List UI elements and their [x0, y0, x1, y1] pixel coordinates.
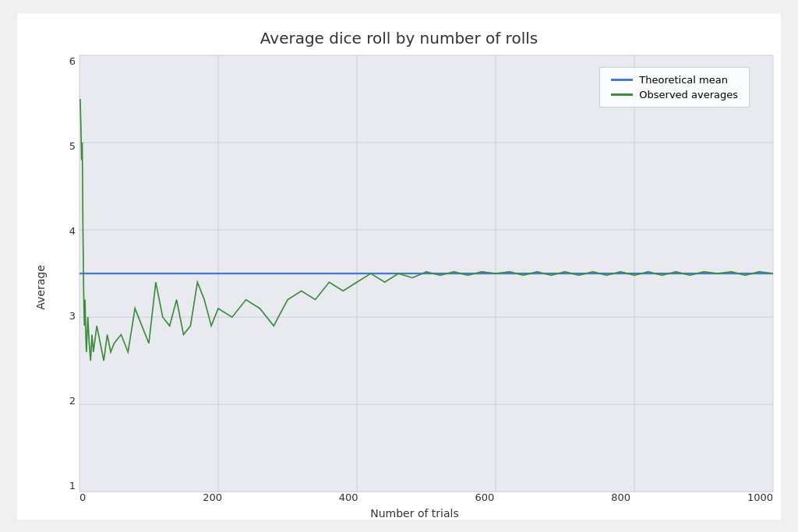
y-ticks: 1 2 3 4 5 6 [56, 55, 79, 491]
theoretical-mean-legend-label: Theoretical mean [639, 74, 728, 86]
x-tick-400: 400 [339, 491, 358, 503]
x-tick-800: 800 [611, 491, 630, 503]
x-tick-600: 600 [475, 491, 495, 503]
chart-container: Average dice roll by number of rolls Ave… [17, 13, 781, 520]
chart-title: Average dice roll by number of rolls [260, 29, 538, 48]
theoretical-mean-legend-line [611, 79, 633, 81]
chart-svg [79, 55, 773, 491]
y-axis-label: Average [34, 265, 47, 310]
y-axis-label-container: Average [25, 55, 56, 520]
observed-averages-legend-line [611, 93, 633, 96]
x-axis-label: Number of trials [56, 507, 773, 520]
y-tick-2: 2 [56, 395, 76, 407]
y-tick-3: 3 [56, 310, 76, 322]
legend-item-theoretical: Theoretical mean [611, 74, 738, 86]
x-tick-1000: 1000 [747, 491, 773, 503]
y-tick-5: 5 [56, 140, 76, 152]
x-ticks: 0 200 400 600 800 1000 [79, 491, 773, 503]
y-tick-1: 1 [56, 480, 76, 491]
chart-area: Average 1 2 3 4 5 6 [25, 55, 773, 520]
x-tick-200: 200 [203, 491, 222, 503]
plot-area: Theoretical mean Observed averages [79, 55, 773, 491]
plot-and-xaxis: 1 2 3 4 5 6 [56, 55, 773, 520]
y-tick-4: 4 [56, 225, 76, 237]
observed-averages-legend-label: Observed averages [639, 89, 738, 100]
legend: Theoretical mean Observed averages [599, 67, 750, 107]
legend-item-observed: Observed averages [611, 89, 738, 100]
plot-wrapper: 1 2 3 4 5 6 [56, 55, 773, 491]
x-axis-area: 0 200 400 600 800 1000 [56, 491, 773, 503]
y-tick-6: 6 [56, 55, 76, 67]
x-tick-0: 0 [79, 491, 86, 503]
